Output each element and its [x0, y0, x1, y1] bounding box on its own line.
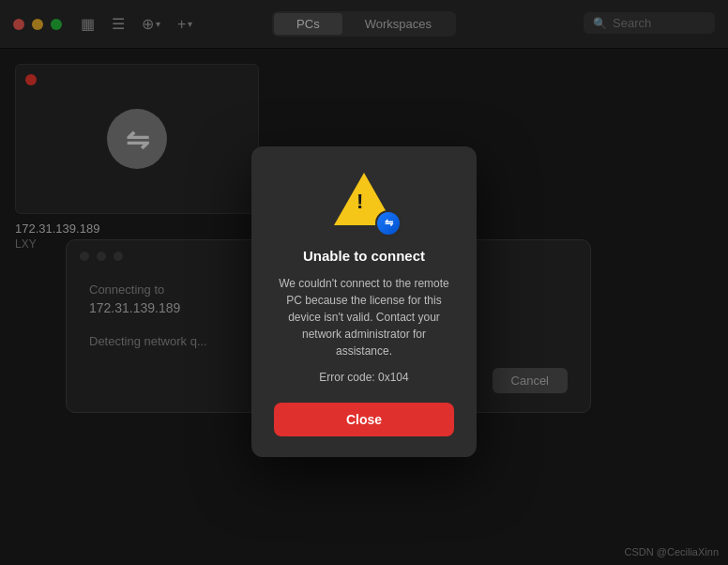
rdp-badge-symbol: ⇋ [385, 217, 393, 229]
error-code: Error code: 0x104 [319, 371, 408, 384]
error-message: We couldn't connect to the remote PC bec… [274, 275, 454, 359]
error-title: Unable to connect [303, 248, 425, 264]
modal-overlay: ⇋ Unable to connect We couldn't connect … [0, 0, 728, 565]
error-icon-wrapper: ⇋ [330, 173, 398, 233]
rdp-badge-icon: ⇋ [375, 210, 402, 237]
error-modal: ⇋ Unable to connect We couldn't connect … [251, 146, 477, 457]
watermark: CSDN @CeciliaXinn [625, 546, 719, 557]
close-button[interactable]: Close [274, 403, 454, 436]
